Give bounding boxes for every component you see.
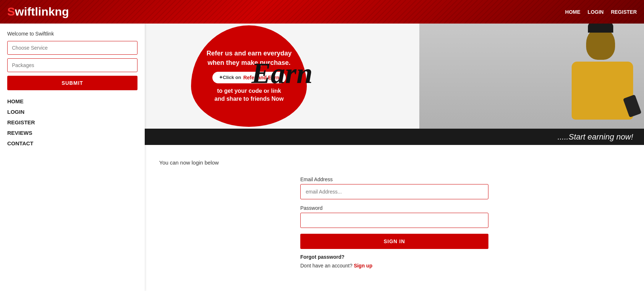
- logo-text: wiftlinkng: [15, 5, 69, 18]
- sidebar: Welcome to Swiftlink SUBMIT HOME LOGIN R…: [0, 24, 145, 291]
- no-account-text: Dont have an account? Sign up: [300, 263, 488, 269]
- sidebar-item-reviews[interactable]: REVIEWS: [7, 128, 137, 138]
- sidebar-item-home[interactable]: HOME: [7, 96, 137, 107]
- content-area: Earn EVERYDAY Refer us and earn everyday…: [145, 24, 644, 291]
- phone-shape: [623, 95, 642, 118]
- service-select[interactable]: [7, 41, 137, 55]
- sign-in-button[interactable]: SIGN IN: [300, 234, 488, 249]
- login-section: You can now login below Email Address Pa…: [145, 145, 644, 291]
- start-earning-text: .....Start earning now!: [558, 132, 633, 142]
- header-login-link[interactable]: LOGIN: [588, 9, 603, 15]
- email-input[interactable]: [300, 184, 488, 199]
- person-body: [572, 62, 633, 120]
- packages-select[interactable]: [7, 58, 137, 72]
- header-home-link[interactable]: HOME: [565, 9, 580, 15]
- password-input[interactable]: [300, 213, 488, 228]
- person-head: [586, 27, 615, 60]
- click-on-label: ✦Click on: [219, 75, 241, 80]
- submit-button[interactable]: SUBMIT: [7, 76, 137, 90]
- everyday-text: EVERYDAY: [251, 83, 313, 92]
- login-intro: You can now login below: [159, 159, 630, 166]
- header-nav: HOME LOGIN REGISTER: [565, 9, 637, 15]
- sidebar-item-contact[interactable]: CONTACT: [7, 138, 137, 149]
- person-silhouette: [419, 24, 644, 129]
- banner-right: [419, 24, 644, 129]
- sign-up-link[interactable]: Sign up: [354, 263, 372, 269]
- sidebar-item-register[interactable]: REGISTER: [7, 117, 137, 128]
- person-hair: [588, 24, 613, 33]
- email-label: Email Address: [300, 176, 488, 182]
- forgot-password-link[interactable]: Forgot password?: [300, 254, 488, 260]
- welcome-text: Welcome to Swiftlink: [7, 31, 137, 37]
- sidebar-item-login[interactable]: LOGIN: [7, 107, 137, 117]
- header: Swiftlinkng HOME LOGIN REGISTER: [0, 0, 644, 24]
- sidebar-nav: HOME LOGIN REGISTER REVIEWS CONTACT: [7, 96, 137, 149]
- logo: Swiftlinkng: [7, 5, 69, 18]
- main-layout: Welcome to Swiftlink SUBMIT HOME LOGIN R…: [0, 24, 644, 291]
- banner: Earn EVERYDAY Refer us and earn everyday…: [145, 24, 644, 129]
- banner-left: Earn EVERYDAY Refer us and earn everyday…: [145, 24, 419, 129]
- password-label: Password: [300, 205, 488, 211]
- header-register-link[interactable]: REGISTER: [611, 9, 637, 15]
- login-form: Email Address Password SIGN IN Forgot pa…: [300, 176, 488, 269]
- logo-s: S: [7, 5, 15, 18]
- dark-strip: .....Start earning now!: [145, 129, 644, 145]
